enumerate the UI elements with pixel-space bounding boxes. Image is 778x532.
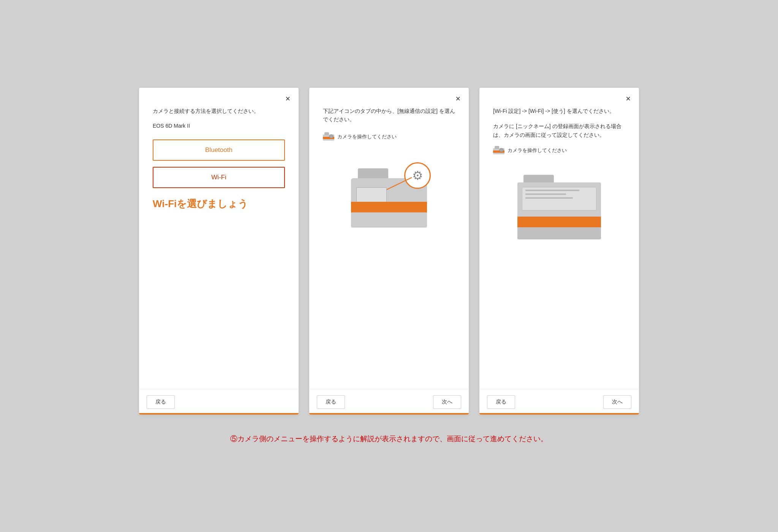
close-button-2[interactable]: × [455, 95, 460, 103]
screen1-content: カメラと接続する方法を選択してください。 EOS 6D Mark II Blue… [139, 88, 299, 389]
camera-icon-2 [323, 132, 334, 142]
screen2-camera-operate: カメラを操作してください [323, 132, 455, 142]
screen2-next-button[interactable]: 次へ [433, 395, 461, 409]
screen2-content: 下記アイコンのタブの中から、[無線通信の設定] を選んでください。 カメラを操作… [309, 88, 469, 389]
screen2-camera-illustration: ⚙ [323, 152, 455, 235]
screen3-description2: カメラに [ニックネーム] の登録画面が表示される場合は、カメラの画面に従って設… [493, 122, 625, 139]
screen3-next-button[interactable]: 次へ [603, 395, 631, 409]
screen-2: × 下記アイコンのタブの中から、[無線通信の設定] を選んでください。 カメラを… [309, 88, 469, 415]
bluetooth-button[interactable]: Bluetooth [153, 139, 285, 161]
screens-container: × カメラと接続する方法を選択してください。 EOS 6D Mark II Bl… [139, 88, 639, 415]
camera-icon-3 [493, 146, 504, 155]
screen2-description: 下記アイコンのタブの中から、[無線通信の設定] を選んでください。 [323, 107, 455, 124]
screen1-model: EOS 6D Mark II [153, 123, 285, 129]
svg-line-4 [387, 177, 412, 190]
screen3-back-button[interactable]: 戻る [487, 395, 515, 409]
wifi-highlight-text: Wi-Fiを選びましょう [153, 197, 285, 211]
screen-3: × [Wi-Fi 設定] -> [Wi-Fi] -> [使う] を選んでください… [479, 88, 639, 415]
svg-rect-1 [324, 132, 329, 135]
svg-rect-6 [495, 146, 499, 149]
screen3-camera-operate: カメラを操作してください [493, 146, 625, 155]
wifi-button[interactable]: Wi-Fi [153, 167, 285, 188]
screen1-description: カメラと接続する方法を選択してください。 [153, 107, 285, 115]
screen2-operate-label: カメラを操作してください [337, 133, 397, 140]
screen3-camera-illustration [493, 165, 625, 241]
screen3-content: [Wi-Fi 設定] -> [Wi-Fi] -> [使う] を選んでください。 … [479, 88, 639, 389]
screen3-operate-label: カメラを操作してください [508, 147, 567, 154]
svg-point-8 [500, 148, 503, 152]
screen3-footer: 戻る 次へ [479, 389, 639, 415]
close-button-1[interactable]: × [285, 95, 290, 103]
screen2-footer: 戻る 次へ [309, 389, 469, 415]
bottom-caption: ⑤カメラ側のメニューを操作するように解説が表示されますので、画面に従って進めてく… [230, 434, 548, 445]
svg-point-3 [329, 135, 333, 138]
screen3-description1: [Wi-Fi 設定] -> [Wi-Fi] -> [使う] を選んでください。 [493, 107, 625, 115]
screen2-back-button[interactable]: 戻る [317, 395, 345, 409]
screen1-footer: 戻る [139, 389, 299, 415]
close-button-3[interactable]: × [626, 95, 631, 103]
screen-1: × カメラと接続する方法を選択してください。 EOS 6D Mark II Bl… [139, 88, 299, 415]
screen1-back-button[interactable]: 戻る [147, 395, 175, 409]
